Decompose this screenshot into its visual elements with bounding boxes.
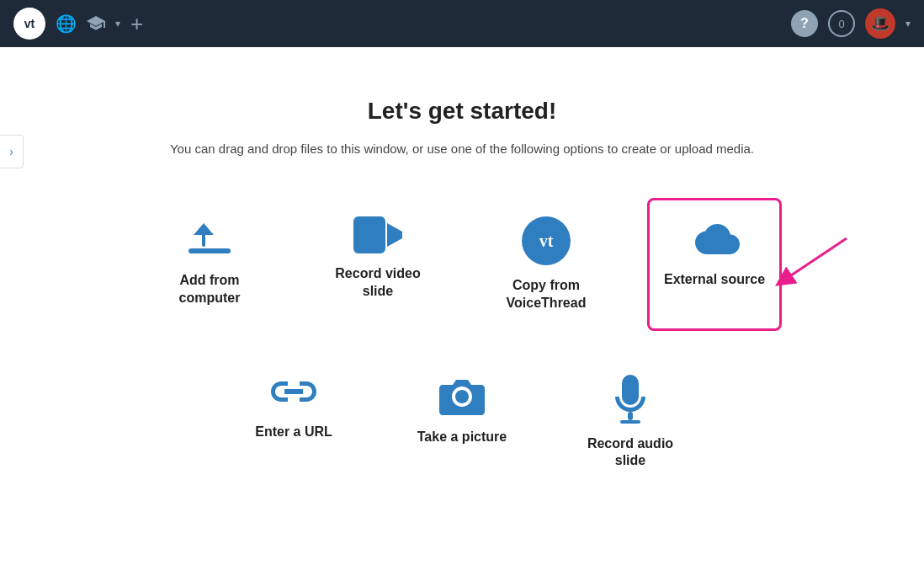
link-icon bbox=[269, 375, 318, 412]
external-source-label: External source bbox=[664, 271, 765, 289]
sidebar-toggle[interactable]: › bbox=[0, 135, 24, 168]
add-from-computer-label: Add from computer bbox=[152, 272, 267, 307]
take-picture-label: Take a picture bbox=[417, 429, 507, 446]
copy-vt-card[interactable]: vt Copy from VoiceThread bbox=[479, 198, 613, 331]
vt-logo-icon: vt bbox=[522, 216, 571, 265]
record-audio-label: Record audio slide bbox=[573, 435, 688, 471]
svg-rect-11 bbox=[628, 412, 633, 420]
video-icon bbox=[353, 216, 402, 253]
camera-icon bbox=[438, 375, 486, 417]
svg-rect-12 bbox=[620, 420, 640, 424]
record-video-label: Record video slide bbox=[321, 265, 435, 301]
svg-rect-3 bbox=[215, 248, 219, 252]
user-menu-caret[interactable]: ▾ bbox=[905, 18, 911, 29]
globe-icon[interactable]: 🌐 bbox=[56, 13, 77, 34]
enter-url-label: Enter a URL bbox=[255, 424, 332, 441]
record-audio-card[interactable]: Record audio slide bbox=[563, 356, 698, 489]
svg-line-9 bbox=[783, 238, 847, 280]
cloud-icon bbox=[688, 217, 741, 259]
help-button[interactable]: ? bbox=[791, 10, 818, 37]
upload-icon bbox=[185, 216, 234, 260]
header: vt 🌐 ▾ + ? 0 🎩 ▾ bbox=[0, 0, 924, 47]
svg-marker-5 bbox=[387, 223, 402, 247]
record-video-card[interactable]: Record video slide bbox=[311, 198, 445, 331]
options-row1: Add from computer Record video slide vt … bbox=[142, 198, 782, 331]
avatar[interactable]: 🎩 bbox=[865, 8, 895, 39]
options-row2: Enter a URL Take a picture Record aud bbox=[226, 356, 698, 489]
svg-marker-2 bbox=[194, 223, 214, 235]
take-picture-card[interactable]: Take a picture bbox=[395, 356, 529, 489]
notifications-button[interactable]: 0 bbox=[828, 10, 855, 37]
enter-url-card[interactable]: Enter a URL bbox=[226, 356, 361, 489]
logo[interactable]: vt bbox=[13, 8, 45, 40]
courses-icon[interactable] bbox=[87, 16, 105, 31]
add-from-computer-card[interactable]: Add from computer bbox=[142, 198, 277, 331]
page-title: Let's get started! bbox=[368, 98, 556, 125]
add-button[interactable]: + bbox=[130, 11, 143, 37]
svg-text:vt: vt bbox=[539, 232, 554, 250]
courses-caret[interactable]: ▾ bbox=[115, 18, 120, 29]
main-content: Let's get started! You can drag and drop… bbox=[0, 47, 924, 576]
copy-vt-label: Copy from VoiceThread bbox=[489, 277, 603, 312]
external-source-card[interactable]: External source bbox=[647, 198, 782, 331]
svg-rect-0 bbox=[189, 248, 231, 253]
page-subtitle: You can drag and drop files to this wind… bbox=[170, 141, 754, 156]
svg-rect-4 bbox=[353, 216, 385, 253]
mic-icon bbox=[612, 375, 649, 424]
svg-rect-10 bbox=[622, 375, 639, 405]
arrow-annotation bbox=[771, 234, 855, 305]
